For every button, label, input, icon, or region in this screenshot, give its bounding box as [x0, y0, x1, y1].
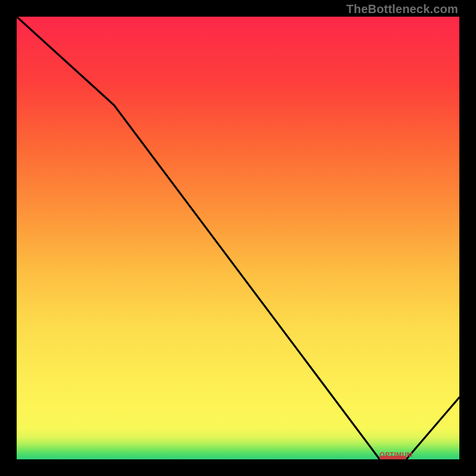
watermark-text: TheBottleneck.com — [346, 2, 458, 16]
chart-background — [17, 17, 459, 459]
chart-plot — [17, 17, 459, 459]
chart-frame: OPTIMUM — [17, 17, 459, 459]
optimum-label: OPTIMUM — [380, 451, 412, 458]
